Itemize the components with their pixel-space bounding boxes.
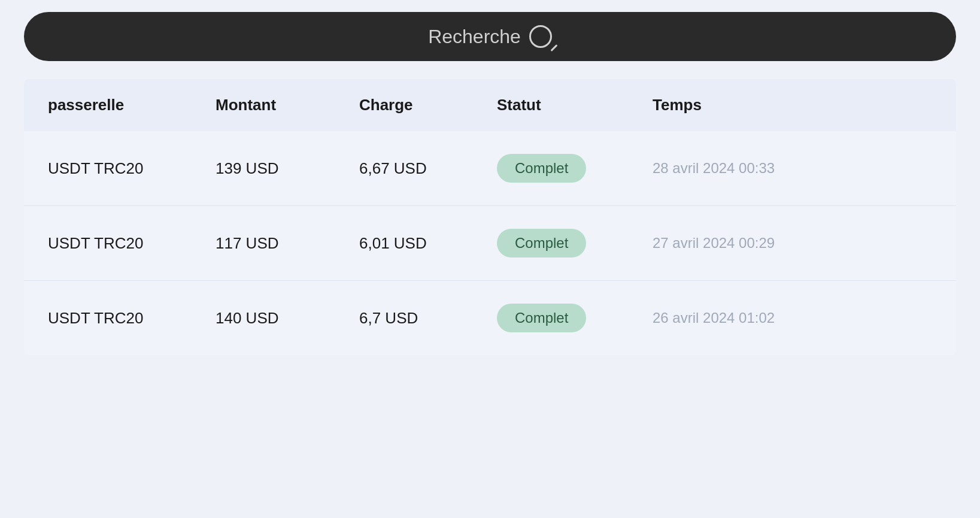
header-montant: Montant	[216, 96, 359, 114]
status-badge-3: Complet	[497, 304, 586, 332]
table-row[interactable]: USDT TRC20 117 USD 6,01 USD Complet 27 a…	[24, 206, 956, 281]
cell-montant-1: 139 USD	[216, 159, 359, 178]
cell-montant-3: 140 USD	[216, 309, 359, 328]
cell-statut-3: Complet	[497, 304, 653, 332]
cell-passerelle-2: USDT TRC20	[48, 234, 216, 253]
status-badge-1: Complet	[497, 154, 586, 183]
header-temps: Temps	[653, 96, 932, 114]
cell-charge-1: 6,67 USD	[359, 159, 497, 178]
table-header: passerelle Montant Charge Statut Temps	[24, 79, 956, 131]
cell-statut-2: Complet	[497, 229, 653, 258]
cell-temps-2: 27 avril 2024 00:29	[653, 235, 932, 252]
header-charge: Charge	[359, 96, 497, 114]
table-row[interactable]: USDT TRC20 139 USD 6,67 USD Complet 28 a…	[24, 131, 956, 206]
top-section: Recherche	[0, 0, 980, 79]
search-bar[interactable]: Recherche	[24, 12, 956, 61]
search-icon	[529, 25, 552, 48]
search-label: Recherche	[428, 26, 521, 48]
status-badge-2: Complet	[497, 229, 586, 258]
cell-statut-1: Complet	[497, 154, 653, 183]
transactions-table: passerelle Montant Charge Statut Temps U…	[24, 79, 956, 355]
cell-temps-1: 28 avril 2024 00:33	[653, 160, 932, 177]
header-statut: Statut	[497, 96, 653, 114]
cell-temps-3: 26 avril 2024 01:02	[653, 310, 932, 326]
cell-charge-3: 6,7 USD	[359, 309, 497, 328]
cell-charge-2: 6,01 USD	[359, 234, 497, 253]
cell-montant-2: 117 USD	[216, 234, 359, 253]
table-row[interactable]: USDT TRC20 140 USD 6,7 USD Complet 26 av…	[24, 281, 956, 355]
header-passerelle: passerelle	[48, 96, 216, 114]
cell-passerelle-3: USDT TRC20	[48, 309, 216, 328]
cell-passerelle-1: USDT TRC20	[48, 159, 216, 178]
